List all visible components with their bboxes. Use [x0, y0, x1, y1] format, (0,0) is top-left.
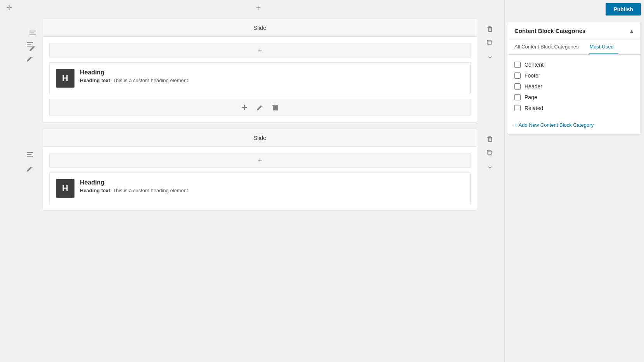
- categories-header: Content Block Categories ▲: [508, 22, 641, 40]
- category-label-page[interactable]: Page: [525, 94, 537, 100]
- category-label-related[interactable]: Related: [525, 105, 543, 111]
- edit-pencil-icon[interactable]: [26, 42, 39, 54]
- add-new-category-link[interactable]: + Add New Content Block Category: [508, 118, 641, 134]
- tab-most-used[interactable]: Most Used: [589, 40, 618, 54]
- panel-top-bar: Publish: [505, 0, 644, 19]
- slide-2-right-tools: [484, 133, 496, 173]
- tab-all-categories[interactable]: All Content Block Categories: [514, 40, 583, 54]
- svg-rect-2: [29, 34, 36, 35]
- slide-block-1: Slide + H Heading Heading text: This is …: [43, 19, 477, 122]
- slide-1-inner-add[interactable]: +: [49, 43, 471, 58]
- slide-2-heading-content: Heading Heading text: This is a custom h…: [80, 179, 189, 193]
- slides-container: Slide + H Heading Heading text: This is …: [0, 16, 504, 214]
- svg-rect-0: [29, 31, 36, 31]
- heading-content: Heading Heading text: This is a custom h…: [80, 69, 189, 83]
- category-checkbox-page[interactable]: [514, 94, 521, 100]
- category-checkbox-footer[interactable]: [514, 72, 521, 79]
- category-label-footer[interactable]: Footer: [525, 72, 540, 79]
- editor-top-row: ✛ +: [0, 0, 504, 16]
- slide-1-expand-icon[interactable]: [484, 51, 496, 63]
- slide-2-expand-icon[interactable]: [484, 161, 496, 173]
- slide-1-duplicate-icon[interactable]: [484, 37, 496, 49]
- slide-1-delete-icon[interactable]: [484, 23, 496, 35]
- category-checkbox-header[interactable]: [514, 83, 521, 90]
- category-item-header: Header: [514, 81, 634, 92]
- slide-1-inner: + H Heading Heading text: This is a cust…: [43, 37, 477, 122]
- slide-1-title: Slide: [43, 19, 477, 37]
- slide-2-edit-icon[interactable]: [24, 162, 36, 175]
- slide-1-right-tools: [484, 23, 496, 63]
- slide-2-heading-text: Heading text: This is a custom heading e…: [80, 188, 189, 193]
- block-add-icon[interactable]: [238, 101, 251, 114]
- align-icon[interactable]: [26, 27, 39, 40]
- svg-rect-10: [27, 156, 33, 157]
- slide-2-duplicate-icon[interactable]: [484, 147, 496, 159]
- slide-2-title: Slide: [43, 129, 477, 147]
- slide-2-align-icon[interactable]: [24, 148, 36, 161]
- slide-1-heading-block: H Heading Heading text: This is a custom…: [49, 62, 471, 94]
- categories-tabs: All Content Block Categories Most Used: [508, 40, 641, 55]
- slide-2-heading-h-icon: H: [56, 179, 74, 198]
- slide-2-delete-icon[interactable]: [484, 133, 496, 145]
- slide-2-inner: + H Heading Heading text: This is a cust…: [43, 147, 477, 210]
- svg-rect-9: [27, 154, 31, 155]
- publish-button[interactable]: Publish: [606, 3, 641, 16]
- categories-list: Content Footer Header Page Related: [508, 55, 641, 118]
- category-item-content: Content: [514, 59, 634, 70]
- categories-collapse-button[interactable]: ▲: [629, 28, 634, 34]
- category-checkbox-content[interactable]: [514, 62, 521, 68]
- heading-text: Heading text: This is a custom heading e…: [80, 78, 189, 83]
- heading-title: Heading: [80, 69, 189, 76]
- categories-panel: Content Block Categories ▲ All Content B…: [508, 22, 641, 134]
- slide-2-left-tools: [24, 148, 36, 175]
- slide-2-heading-title: Heading: [80, 179, 189, 186]
- category-label-header[interactable]: Header: [525, 83, 542, 90]
- slide-block-2: Slide + H Heading Heading text: This is …: [43, 129, 477, 211]
- right-panel: Publish Content Block Categories ▲ All C…: [504, 0, 644, 362]
- categories-title: Content Block Categories: [514, 28, 585, 34]
- svg-rect-8: [27, 152, 33, 153]
- block-delete-icon[interactable]: [269, 101, 282, 114]
- svg-rect-1: [29, 33, 34, 33]
- add-block-top-button[interactable]: +: [252, 2, 265, 14]
- category-item-footer: Footer: [514, 70, 634, 81]
- category-checkbox-related[interactable]: [514, 105, 521, 111]
- slide-2-heading-block: H Heading Heading text: This is a custom…: [49, 172, 471, 204]
- editor-area: ✛ +: [0, 0, 504, 362]
- slide-1-block-actions: [49, 99, 471, 116]
- block-edit-icon[interactable]: [254, 101, 266, 114]
- category-item-related: Related: [514, 103, 634, 114]
- category-label-content[interactable]: Content: [525, 62, 544, 68]
- heading-h-icon: H: [56, 69, 74, 88]
- move-icon[interactable]: ✛: [6, 3, 12, 12]
- slide-2-inner-add[interactable]: +: [49, 153, 471, 168]
- category-item-page: Page: [514, 92, 634, 103]
